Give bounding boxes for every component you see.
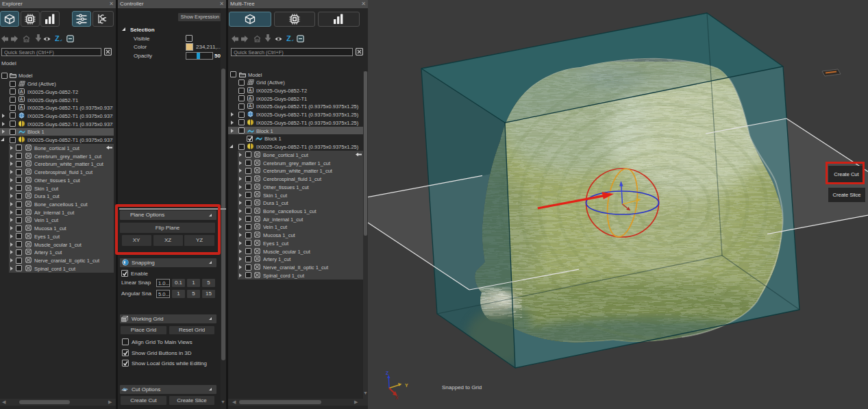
- svg-text:A: A: [20, 97, 23, 101]
- svg-text:X: X: [395, 395, 399, 400]
- svg-text:A: A: [20, 89, 23, 94]
- svg-text:Y: Y: [405, 383, 408, 388]
- svg-text:A: A: [249, 96, 252, 101]
- svg-text:A: A: [20, 105, 23, 110]
- svg-text:Z: Z: [386, 371, 389, 375]
- svg-text:A: A: [249, 103, 252, 108]
- svg-text:A: A: [249, 88, 252, 92]
- svg-text:Z: Z: [55, 34, 60, 42]
- svg-text:Z: Z: [286, 34, 291, 42]
